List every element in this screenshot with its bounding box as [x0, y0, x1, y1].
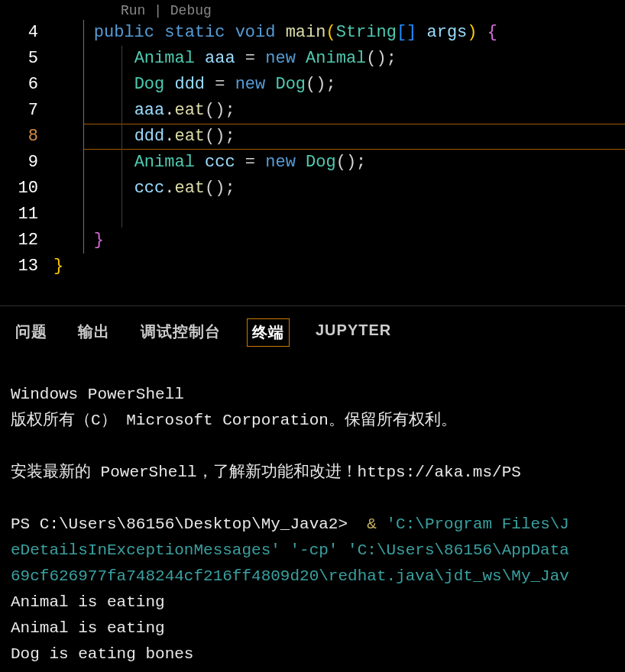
- code-content: Animal ccc = new Dog();: [53, 150, 625, 176]
- code-line-11[interactable]: 11: [0, 202, 625, 228]
- terminal-output: Animal is eating: [11, 619, 165, 637]
- panel-tabs: 问题 输出 调试控制台 终端 JUPYTER: [0, 306, 625, 353]
- code-content: aaa.eat();: [53, 98, 625, 124]
- code-line-8[interactable]: 8 ddd.eat();: [0, 124, 625, 150]
- terminal-line: 版权所有（C） Microsoft Corporation。保留所有权利。: [11, 412, 457, 429]
- codelens-run[interactable]: Run: [121, 3, 145, 18]
- tab-jupyter[interactable]: JUPYTER: [311, 318, 396, 347]
- line-number: 8: [0, 124, 53, 150]
- line-number: 6: [0, 72, 53, 98]
- code-content: public static void main(String[] args) {: [53, 20, 625, 46]
- code-line-12[interactable]: 12 }: [0, 228, 625, 254]
- line-number: 10: [0, 176, 53, 202]
- code-content: ccc.eat();: [53, 176, 625, 202]
- code-lines: 4 public static void main(String[] args)…: [0, 0, 625, 279]
- bottom-panel: 问题 输出 调试控制台 终端 JUPYTER Windows PowerShel…: [0, 305, 625, 672]
- tab-debug-console[interactable]: 调试控制台: [136, 318, 225, 347]
- terminal-output: Dog is eating bones: [11, 645, 193, 663]
- code-content: Dog ddd = new Dog();: [53, 72, 625, 98]
- terminal-prompt: PS C:\Users\86156\Desktop\My_Java2>: [11, 515, 358, 533]
- terminal[interactable]: Windows PowerShell 版权所有（C） Microsoft Cor…: [0, 353, 625, 672]
- line-number: 13: [0, 254, 53, 279]
- line-number: 9: [0, 150, 53, 176]
- code-content: }: [53, 254, 625, 279]
- terminal-cmd: eDetailsInExceptionMessages' '-cp' 'C:\U…: [11, 541, 569, 559]
- code-line-10[interactable]: 10 ccc.eat();: [0, 176, 625, 202]
- line-number: 12: [0, 228, 53, 254]
- code-line-7[interactable]: 7 aaa.eat();: [0, 98, 625, 124]
- line-number: 11: [0, 202, 53, 228]
- code-line-4[interactable]: 4 public static void main(String[] args)…: [0, 20, 625, 46]
- code-line-5[interactable]: 5 Animal aaa = new Animal();: [0, 46, 625, 72]
- code-line-13[interactable]: 13 }: [0, 254, 625, 279]
- code-editor[interactable]: Run | Debug 4 public static void main(St…: [0, 0, 625, 305]
- code-content: ddd.eat();: [53, 124, 625, 150]
- code-content: [53, 202, 625, 228]
- terminal-output: Animal is eating: [11, 593, 165, 611]
- line-number: 5: [0, 46, 53, 72]
- tab-terminal[interactable]: 终端: [247, 318, 290, 347]
- code-lens: Run | Debug: [121, 3, 212, 18]
- code-content: Animal aaa = new Animal();: [53, 46, 625, 72]
- terminal-line: Windows PowerShell: [11, 386, 184, 403]
- terminal-amp: &: [358, 515, 387, 533]
- code-content: }: [53, 228, 625, 254]
- tab-problems[interactable]: 问题: [11, 318, 52, 347]
- line-number: 4: [0, 20, 53, 46]
- codelens-debug[interactable]: Debug: [170, 3, 212, 18]
- codelens-sep: |: [145, 3, 170, 18]
- code-line-6[interactable]: 6 Dog ddd = new Dog();: [0, 72, 625, 98]
- terminal-cmd: 69cf626977fa748244cf216ff4809d20\redhat.…: [11, 567, 569, 585]
- code-line-9[interactable]: 9 Animal ccc = new Dog();: [0, 150, 625, 176]
- terminal-cmd: 'C:\Program Files\J: [387, 515, 569, 533]
- terminal-line: 安装最新的 PowerShell，了解新功能和改进！https://aka.ms…: [11, 464, 521, 481]
- tab-output[interactable]: 输出: [73, 318, 115, 347]
- line-number: 7: [0, 98, 53, 124]
